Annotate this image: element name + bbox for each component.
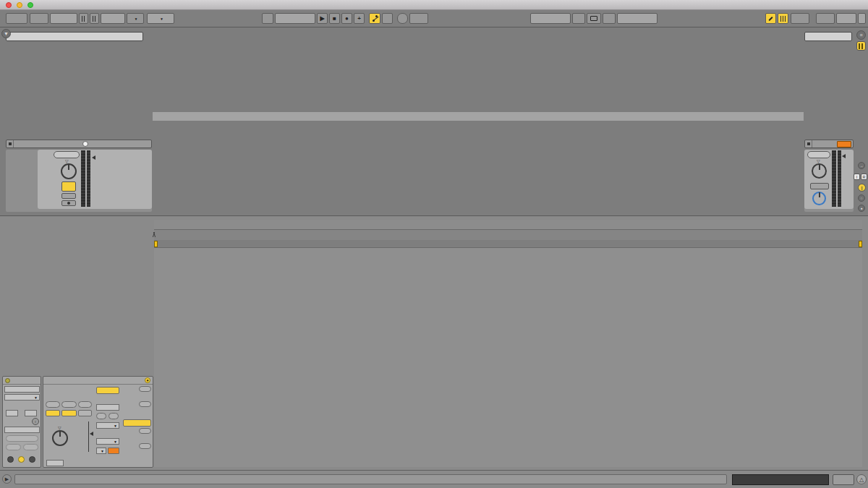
capture-new-button[interactable] xyxy=(409,13,428,24)
transient-envelope-field[interactable] xyxy=(108,448,119,454)
fade-button[interactable] xyxy=(61,410,77,416)
signature-denominator-field[interactable] xyxy=(25,410,37,416)
mixer-show-button[interactable] xyxy=(856,41,866,51)
track-volume-field[interactable] xyxy=(54,151,80,158)
crossfader-section-toggle[interactable]: ● xyxy=(858,205,865,212)
start-set-button[interactable] xyxy=(139,386,151,392)
current-track-button[interactable] xyxy=(833,474,854,485)
edit-button[interactable] xyxy=(46,401,60,408)
arrangement-position-field[interactable] xyxy=(275,13,315,24)
sends-section-toggle[interactable]: I xyxy=(854,174,860,180)
browser-chevron-button[interactable]: ▼ xyxy=(1,29,11,38)
envelope-box-toggle[interactable] xyxy=(29,456,35,463)
double-tempo-button[interactable] xyxy=(109,413,119,419)
computer-midi-keyboard-button[interactable] xyxy=(778,13,788,24)
clip-gain-handle-icon[interactable] xyxy=(90,432,93,436)
groove-menu[interactable] xyxy=(4,427,40,433)
clip-name-field[interactable] xyxy=(4,386,40,393)
waveform-display[interactable] xyxy=(154,248,862,467)
stop-all-clips-button[interactable] xyxy=(837,141,851,147)
nudge-forward-button[interactable] xyxy=(23,444,38,450)
solo-button[interactable] xyxy=(61,193,76,199)
loop-length-field[interactable] xyxy=(617,13,658,24)
beat-time-ruler[interactable] xyxy=(154,220,862,230)
commit-button[interactable] xyxy=(6,435,38,442)
play-button[interactable]: ▶ xyxy=(317,13,328,24)
track-header[interactable] xyxy=(6,32,143,41)
transient-loop-mode-menu[interactable]: ▼ xyxy=(96,448,106,454)
end-set-button[interactable] xyxy=(139,401,151,407)
arm-button[interactable] xyxy=(61,200,76,206)
punch-in-button[interactable] xyxy=(572,13,585,24)
ram-button[interactable] xyxy=(78,410,92,416)
stop-all-stop-icon[interactable] xyxy=(805,140,812,147)
nudge-back-button[interactable] xyxy=(6,444,21,450)
loop-brace-row[interactable] xyxy=(154,230,862,240)
preview-play-button[interactable]: ▶ xyxy=(2,474,12,484)
tempo-field[interactable] xyxy=(50,13,77,24)
automation-arm-button[interactable] xyxy=(369,13,380,24)
length-set-button[interactable] xyxy=(139,443,151,449)
minimize-icon[interactable] xyxy=(17,2,22,8)
master-solo-button[interactable] xyxy=(810,183,829,189)
half-tempo-button[interactable] xyxy=(96,413,106,419)
clip-launch-mode-menu[interactable]: ▼ xyxy=(4,394,40,401)
clip-gain-slider[interactable] xyxy=(88,421,89,452)
master-header[interactable] xyxy=(804,32,852,41)
time-signature-field[interactable] xyxy=(101,13,125,24)
draw-mode-button[interactable] xyxy=(765,13,776,24)
overdub-button[interactable]: + xyxy=(354,13,365,24)
midi-map-button[interactable] xyxy=(816,13,835,24)
clip-stop-row[interactable] xyxy=(6,140,152,148)
live-logo-icon[interactable]: △ xyxy=(856,474,867,484)
clip-stop-icon[interactable] xyxy=(7,140,14,147)
hiq-button[interactable] xyxy=(46,410,60,416)
track-delay-toggle[interactable]: ○ xyxy=(858,194,865,202)
warp-mode-menu[interactable]: ▼ xyxy=(96,422,119,429)
sample-box-toggle[interactable] xyxy=(18,456,25,463)
clip-box-toggle[interactable] xyxy=(7,456,14,463)
maximize-icon[interactable] xyxy=(27,2,33,8)
preview-volume-knob[interactable] xyxy=(812,192,826,205)
volume-handle-icon[interactable] xyxy=(92,155,95,160)
groove-swing-icon[interactable]: ≀ xyxy=(32,418,39,425)
tap-tempo-button[interactable] xyxy=(30,13,48,24)
track-pan-knob[interactable] xyxy=(61,163,77,179)
link-button[interactable] xyxy=(6,13,27,24)
close-icon[interactable] xyxy=(6,2,12,8)
clip-overview-strip[interactable] xyxy=(732,474,829,485)
returns-section-toggle[interactable]: R xyxy=(861,174,867,180)
loop-switch-button[interactable] xyxy=(587,13,601,24)
io-section-toggle[interactable]: → xyxy=(858,162,865,169)
expand-panel-icon[interactable]: ● xyxy=(145,377,150,383)
record-button[interactable]: ● xyxy=(341,13,352,24)
playing-position-thumb[interactable] xyxy=(82,141,88,147)
mixer-section-toggle[interactable]: ∥ xyxy=(858,184,866,192)
transpose-knob[interactable] xyxy=(52,430,68,446)
start-marker-icon[interactable] xyxy=(154,241,158,247)
master-pan-knob[interactable] xyxy=(812,163,827,179)
master-volume-field[interactable] xyxy=(807,151,830,158)
start-end-marker-row[interactable] xyxy=(154,240,862,248)
loop-button[interactable] xyxy=(123,419,151,427)
detune-field[interactable] xyxy=(46,460,64,466)
nudge-up-button[interactable] xyxy=(90,13,99,24)
track-activator-button[interactable] xyxy=(61,181,76,192)
metronome-button[interactable]: ▾ xyxy=(127,13,144,24)
follow-button[interactable] xyxy=(262,13,273,24)
reverse-button[interactable] xyxy=(78,401,92,408)
quantization-menu[interactable]: ▾ xyxy=(147,13,174,24)
key-map-button[interactable] xyxy=(791,13,809,24)
stop-button[interactable]: ■ xyxy=(329,13,340,24)
overview-toggle-button[interactable]: ≡ xyxy=(856,30,866,40)
loop-start-field[interactable] xyxy=(530,13,571,24)
warp-button[interactable] xyxy=(96,387,119,394)
position-set-button[interactable] xyxy=(139,428,151,434)
nudge-down-button[interactable] xyxy=(79,13,88,24)
transients-menu[interactable]: ▼ xyxy=(96,438,119,445)
session-record-button[interactable] xyxy=(397,13,408,24)
signature-numerator-field[interactable] xyxy=(6,410,18,416)
save-button[interactable] xyxy=(61,401,77,408)
seg-bpm-field[interactable] xyxy=(96,404,119,411)
punch-out-button[interactable] xyxy=(603,13,616,24)
